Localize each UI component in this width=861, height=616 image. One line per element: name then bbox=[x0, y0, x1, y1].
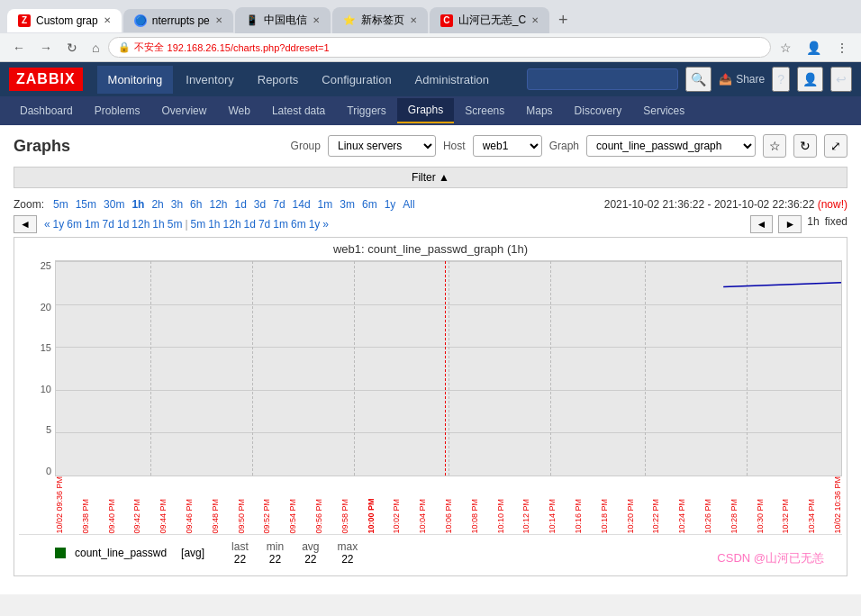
chart-body bbox=[55, 260, 842, 476]
nav-back-1h[interactable]: 1h bbox=[152, 218, 164, 231]
tab-1-close[interactable]: ✕ bbox=[104, 15, 111, 25]
subnav-screens[interactable]: Screens bbox=[454, 99, 515, 122]
tab-4-favicon: ⭐ bbox=[343, 14, 356, 27]
subnav-latest-data[interactable]: Latest data bbox=[261, 99, 336, 122]
tab-4-close[interactable]: ✕ bbox=[410, 15, 417, 25]
fullscreen-button[interactable]: ⤢ bbox=[824, 134, 847, 158]
next-arrow[interactable]: ► bbox=[778, 215, 802, 233]
search-button[interactable]: 🔍 bbox=[685, 67, 711, 92]
subnav-overview[interactable]: Overview bbox=[150, 99, 217, 122]
nav-fwd-2y[interactable]: » bbox=[322, 218, 329, 231]
share-icon: 📤 bbox=[719, 73, 732, 86]
time-start: 2021-10-02 21:36:22 bbox=[604, 198, 704, 211]
subnav-maps[interactable]: Maps bbox=[515, 99, 563, 122]
refresh-button[interactable]: ↻ bbox=[793, 134, 817, 158]
user-button[interactable]: 👤 bbox=[797, 67, 823, 92]
help-button[interactable]: ? bbox=[772, 67, 790, 92]
zoom-30m[interactable]: 30m bbox=[102, 197, 126, 212]
zoom-14d[interactable]: 14d bbox=[291, 197, 313, 212]
nav-reports[interactable]: Reports bbox=[247, 66, 310, 94]
subnav-services[interactable]: Services bbox=[632, 99, 695, 122]
nav-back-1y[interactable]: 1y bbox=[53, 218, 65, 231]
zoom-12h[interactable]: 12h bbox=[207, 197, 229, 212]
nav-back-2y[interactable]: « bbox=[44, 218, 50, 231]
prev-button[interactable]: ◄ bbox=[14, 215, 37, 233]
nav-fwd-12h[interactable]: 12h bbox=[223, 218, 241, 231]
nav-back-7d[interactable]: 7d bbox=[103, 218, 114, 231]
tab-1-favicon: Z bbox=[18, 14, 31, 27]
subnav-graphs[interactable]: Graphs bbox=[397, 98, 454, 123]
tab-3[interactable]: 📱 中国电信 ✕ bbox=[235, 7, 331, 33]
x-label-22: 10:20 PM bbox=[626, 476, 635, 534]
menu-button[interactable]: ⋮ bbox=[830, 39, 854, 57]
tab-4[interactable]: ⭐ 新标签页 ✕ bbox=[332, 7, 428, 33]
nav-back-12h[interactable]: 12h bbox=[131, 218, 150, 231]
subnav-web[interactable]: Web bbox=[217, 99, 260, 122]
x-label-8: 09:52 PM bbox=[262, 476, 271, 534]
back-button[interactable]: ← bbox=[7, 39, 31, 57]
zoom-6h[interactable]: 6h bbox=[188, 197, 204, 212]
address-bar[interactable]: 🔒 不安全 192.168.26.15/charts.php?ddreset=1 bbox=[108, 37, 771, 58]
nav-back-5m[interactable]: 5m bbox=[168, 218, 183, 231]
new-tab-button[interactable]: + bbox=[551, 11, 576, 30]
tab-5-close[interactable]: ✕ bbox=[531, 15, 539, 25]
graph-select[interactable]: count_line_passwd_graph bbox=[586, 135, 756, 157]
search-input[interactable] bbox=[527, 68, 678, 90]
profile-button[interactable]: 👤 bbox=[801, 39, 827, 57]
bookmark-button[interactable]: ☆ bbox=[775, 39, 797, 57]
forward-button[interactable]: → bbox=[34, 39, 58, 57]
nav-configuration[interactable]: Configuration bbox=[311, 66, 402, 94]
tab-5[interactable]: C 山河已无恙_C ✕ bbox=[430, 7, 549, 33]
logout-button[interactable]: ↩ bbox=[830, 67, 852, 92]
nav-back-1d[interactable]: 1d bbox=[117, 218, 129, 231]
star-button[interactable]: ☆ bbox=[763, 134, 786, 158]
x-label-23: 10:22 PM bbox=[651, 476, 660, 534]
share-button[interactable]: 📤 Share bbox=[719, 73, 765, 86]
zoom-3d[interactable]: 3d bbox=[252, 197, 267, 212]
zoom-3h[interactable]: 3h bbox=[169, 197, 185, 212]
tab-2[interactable]: 🔵 nterrupts pe ✕ bbox=[123, 9, 233, 32]
zoom-6m[interactable]: 6m bbox=[360, 197, 379, 212]
subnav-triggers[interactable]: Triggers bbox=[336, 99, 397, 122]
subnav-problems[interactable]: Problems bbox=[84, 99, 151, 122]
subnav-dashboard[interactable]: Dashboard bbox=[9, 99, 84, 122]
nav-arrows: ◄ « 1y 6m 1m 7d 1d 12h 1h 5m | 5m 1h 12h… bbox=[14, 215, 847, 233]
nav-inventory[interactable]: Inventory bbox=[175, 66, 244, 94]
zoom-1d[interactable]: 1d bbox=[233, 197, 249, 212]
nav-search: 🔍 📤 Share ? 👤 ↩ bbox=[527, 67, 852, 92]
prev-arrow[interactable]: ◄ bbox=[750, 215, 774, 233]
zoom-2h[interactable]: 2h bbox=[150, 197, 165, 212]
tab-3-close[interactable]: ✕ bbox=[313, 15, 320, 25]
nav-monitoring[interactable]: Monitoring bbox=[97, 66, 174, 94]
zoom-all[interactable]: All bbox=[401, 197, 416, 212]
group-select[interactable]: Linux servers bbox=[328, 135, 436, 157]
nav-fwd-5m[interactable]: 5m bbox=[191, 218, 206, 231]
nav-fwd-7d[interactable]: 7d bbox=[258, 218, 270, 231]
reload-button[interactable]: ↻ bbox=[61, 39, 83, 57]
nav-fwd-1h[interactable]: 1h bbox=[208, 218, 220, 231]
nav-fwd-1m[interactable]: 1m bbox=[273, 218, 288, 231]
x-label-9: 09:54 PM bbox=[288, 476, 297, 534]
nav-back-1m[interactable]: 1m bbox=[85, 218, 100, 231]
zoom-7d[interactable]: 7d bbox=[271, 197, 286, 212]
home-button[interactable]: ⌂ bbox=[86, 39, 104, 57]
nav-fwd-1y[interactable]: 1y bbox=[309, 218, 321, 231]
tab-2-close[interactable]: ✕ bbox=[215, 15, 222, 25]
tab-3-favicon: 📱 bbox=[246, 14, 258, 27]
zoom-3m[interactable]: 3m bbox=[338, 197, 357, 212]
nav-fwd-6m[interactable]: 6m bbox=[291, 218, 306, 231]
nav-administration[interactable]: Administration bbox=[404, 66, 500, 94]
subnav-discovery[interactable]: Discovery bbox=[564, 99, 633, 122]
nav-back-6m[interactable]: 6m bbox=[67, 218, 82, 231]
host-select[interactable]: web1 bbox=[473, 135, 542, 157]
zoom-15m[interactable]: 15m bbox=[74, 197, 98, 212]
zoom-1y[interactable]: 1y bbox=[383, 197, 398, 212]
zoom-1m[interactable]: 1m bbox=[316, 197, 335, 212]
sub-nav: Dashboard Problems Overview Web Latest d… bbox=[0, 96, 861, 125]
x-label-3: 09:42 PM bbox=[132, 476, 141, 534]
zoom-5m[interactable]: 5m bbox=[51, 197, 70, 212]
nav-fwd-1d[interactable]: 1d bbox=[244, 218, 256, 231]
zoom-1h[interactable]: 1h bbox=[130, 197, 146, 212]
tab-1[interactable]: Z Custom grap ✕ bbox=[7, 9, 122, 32]
filter-bar[interactable]: Filter ▲ bbox=[14, 167, 847, 188]
